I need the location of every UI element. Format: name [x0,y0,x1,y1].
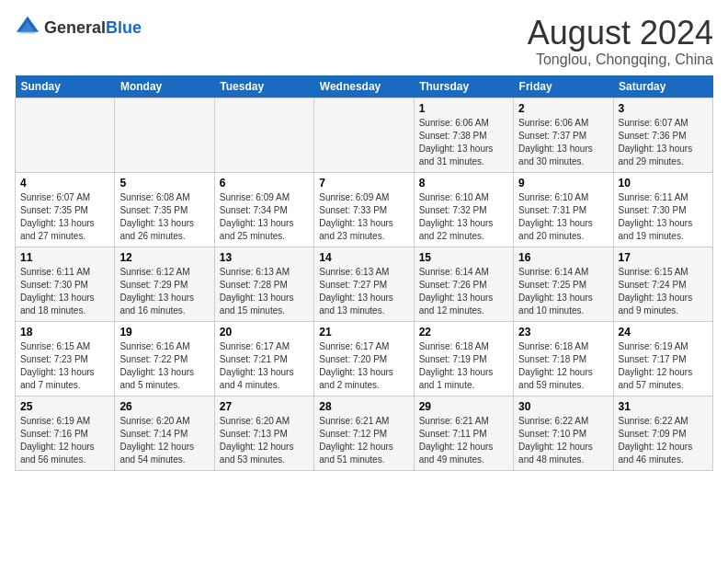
calendar-cell: 26Sunrise: 6:20 AMSunset: 7:14 PMDayligh… [115,396,214,470]
calendar-cell: 10Sunrise: 6:11 AMSunset: 7:30 PMDayligh… [613,172,712,247]
logo-general: General [44,18,106,37]
calendar-cell: 4Sunrise: 6:07 AMSunset: 7:35 PMDaylight… [16,172,115,247]
day-info: Sunrise: 6:06 AMSunset: 7:37 PMDaylight:… [518,117,608,168]
page-title: August 2024 [528,15,713,52]
header-saturday: Saturday [613,75,712,98]
day-number: 22 [419,326,508,339]
calendar-cell: 25Sunrise: 6:19 AMSunset: 7:16 PMDayligh… [16,396,115,470]
calendar-cell: 3Sunrise: 6:07 AMSunset: 7:36 PMDaylight… [613,98,712,172]
day-info: Sunrise: 6:21 AMSunset: 7:12 PMDaylight:… [319,415,408,466]
calendar-cell: 20Sunrise: 6:17 AMSunset: 7:21 PMDayligh… [214,321,313,396]
calendar-cell: 15Sunrise: 6:14 AMSunset: 7:26 PMDayligh… [414,247,513,321]
calendar-cell: 29Sunrise: 6:21 AMSunset: 7:11 PMDayligh… [414,396,513,470]
day-number: 27 [220,400,309,413]
day-number: 30 [518,400,608,413]
day-info: Sunrise: 6:20 AMSunset: 7:14 PMDaylight:… [119,415,209,466]
calendar-week-2: 11Sunrise: 6:11 AMSunset: 7:30 PMDayligh… [16,247,713,321]
page-header: GeneralBlue August 2024 Tonglou, Chongqi… [15,15,713,68]
calendar-week-1: 4Sunrise: 6:07 AMSunset: 7:35 PMDaylight… [16,172,713,247]
day-info: Sunrise: 6:19 AMSunset: 7:17 PMDaylight:… [619,340,708,392]
day-info: Sunrise: 6:18 AMSunset: 7:19 PMDaylight:… [419,340,508,392]
calendar-cell: 9Sunrise: 6:10 AMSunset: 7:31 PMDaylight… [514,172,613,247]
day-info: Sunrise: 6:13 AMSunset: 7:27 PMDaylight:… [319,266,408,317]
calendar-cell: 12Sunrise: 6:12 AMSunset: 7:29 PMDayligh… [115,247,214,321]
day-number: 2 [518,102,608,115]
calendar-cell: 1Sunrise: 6:06 AMSunset: 7:38 PMDaylight… [414,98,513,172]
calendar-cell: 21Sunrise: 6:17 AMSunset: 7:20 PMDayligh… [314,321,414,396]
calendar-cell: 24Sunrise: 6:19 AMSunset: 7:17 PMDayligh… [613,321,712,396]
day-number: 3 [619,102,708,115]
day-info: Sunrise: 6:10 AMSunset: 7:32 PMDaylight:… [419,191,508,243]
header-tuesday: Tuesday [214,75,313,98]
logo: GeneralBlue [15,15,142,40]
calendar-cell: 11Sunrise: 6:11 AMSunset: 7:30 PMDayligh… [16,247,115,321]
day-number: 15 [419,251,508,264]
day-info: Sunrise: 6:12 AMSunset: 7:29 PMDaylight:… [119,266,209,317]
header-sunday: Sunday [16,75,115,98]
calendar-cell: 14Sunrise: 6:13 AMSunset: 7:27 PMDayligh… [314,247,414,321]
calendar-cell: 7Sunrise: 6:09 AMSunset: 7:33 PMDaylight… [314,172,414,247]
calendar-week-4: 25Sunrise: 6:19 AMSunset: 7:16 PMDayligh… [16,396,713,470]
day-number: 11 [20,251,109,264]
day-number: 31 [619,400,708,413]
calendar-cell [16,98,115,172]
calendar-cell: 8Sunrise: 6:10 AMSunset: 7:32 PMDaylight… [414,172,513,247]
header-row: SundayMondayTuesdayWednesdayThursdayFrid… [16,75,713,98]
day-number: 28 [319,400,408,413]
calendar-cell [115,98,214,172]
day-info: Sunrise: 6:16 AMSunset: 7:22 PMDaylight:… [119,340,209,392]
day-number: 9 [518,177,608,190]
day-number: 14 [319,251,408,264]
day-info: Sunrise: 6:14 AMSunset: 7:25 PMDaylight:… [518,266,608,317]
day-info: Sunrise: 6:19 AMSunset: 7:16 PMDaylight:… [20,415,109,466]
day-info: Sunrise: 6:14 AMSunset: 7:26 PMDaylight:… [419,266,508,317]
page-subtitle: Tonglou, Chongqing, China [528,52,713,68]
logo-icon [15,15,40,40]
day-number: 24 [619,326,708,339]
day-info: Sunrise: 6:11 AMSunset: 7:30 PMDaylight:… [20,266,109,317]
calendar-cell: 22Sunrise: 6:18 AMSunset: 7:19 PMDayligh… [414,321,513,396]
day-info: Sunrise: 6:17 AMSunset: 7:21 PMDaylight:… [220,340,309,392]
day-number: 6 [220,177,309,190]
day-number: 23 [518,326,608,339]
calendar-cell: 5Sunrise: 6:08 AMSunset: 7:35 PMDaylight… [115,172,214,247]
day-info: Sunrise: 6:20 AMSunset: 7:13 PMDaylight:… [220,415,309,466]
calendar-cell [214,98,313,172]
day-info: Sunrise: 6:21 AMSunset: 7:11 PMDaylight:… [419,415,508,466]
calendar-cell: 18Sunrise: 6:15 AMSunset: 7:23 PMDayligh… [16,321,115,396]
day-info: Sunrise: 6:07 AMSunset: 7:35 PMDaylight:… [20,191,109,243]
day-number: 18 [20,326,109,339]
calendar-table: SundayMondayTuesdayWednesdayThursdayFrid… [15,75,713,471]
header-thursday: Thursday [414,75,513,98]
calendar-cell: 19Sunrise: 6:16 AMSunset: 7:22 PMDayligh… [115,321,214,396]
day-info: Sunrise: 6:13 AMSunset: 7:28 PMDaylight:… [220,266,309,317]
calendar-week-0: 1Sunrise: 6:06 AMSunset: 7:38 PMDaylight… [16,98,713,172]
calendar-cell: 27Sunrise: 6:20 AMSunset: 7:13 PMDayligh… [214,396,313,470]
day-info: Sunrise: 6:09 AMSunset: 7:34 PMDaylight:… [220,191,309,243]
day-number: 19 [119,326,209,339]
day-number: 1 [419,102,508,115]
day-number: 25 [20,400,109,413]
calendar-week-3: 18Sunrise: 6:15 AMSunset: 7:23 PMDayligh… [16,321,713,396]
day-info: Sunrise: 6:07 AMSunset: 7:36 PMDaylight:… [619,117,708,168]
title-block: August 2024 Tonglou, Chongqing, China [528,15,713,68]
day-number: 20 [220,326,309,339]
day-info: Sunrise: 6:18 AMSunset: 7:18 PMDaylight:… [518,340,608,392]
day-number: 12 [119,251,209,264]
day-info: Sunrise: 6:11 AMSunset: 7:30 PMDaylight:… [619,191,708,243]
day-number: 5 [119,177,209,190]
day-number: 4 [20,177,109,190]
day-info: Sunrise: 6:10 AMSunset: 7:31 PMDaylight:… [518,191,608,243]
day-info: Sunrise: 6:09 AMSunset: 7:33 PMDaylight:… [319,191,408,243]
day-number: 17 [619,251,708,264]
day-info: Sunrise: 6:22 AMSunset: 7:09 PMDaylight:… [619,415,708,466]
day-info: Sunrise: 6:22 AMSunset: 7:10 PMDaylight:… [518,415,608,466]
calendar-cell: 28Sunrise: 6:21 AMSunset: 7:12 PMDayligh… [314,396,414,470]
calendar-cell: 13Sunrise: 6:13 AMSunset: 7:28 PMDayligh… [214,247,313,321]
day-number: 21 [319,326,408,339]
day-info: Sunrise: 6:17 AMSunset: 7:20 PMDaylight:… [319,340,408,392]
calendar-body: 1Sunrise: 6:06 AMSunset: 7:38 PMDaylight… [16,98,713,470]
day-number: 13 [220,251,309,264]
day-number: 16 [518,251,608,264]
calendar-cell: 30Sunrise: 6:22 AMSunset: 7:10 PMDayligh… [514,396,613,470]
